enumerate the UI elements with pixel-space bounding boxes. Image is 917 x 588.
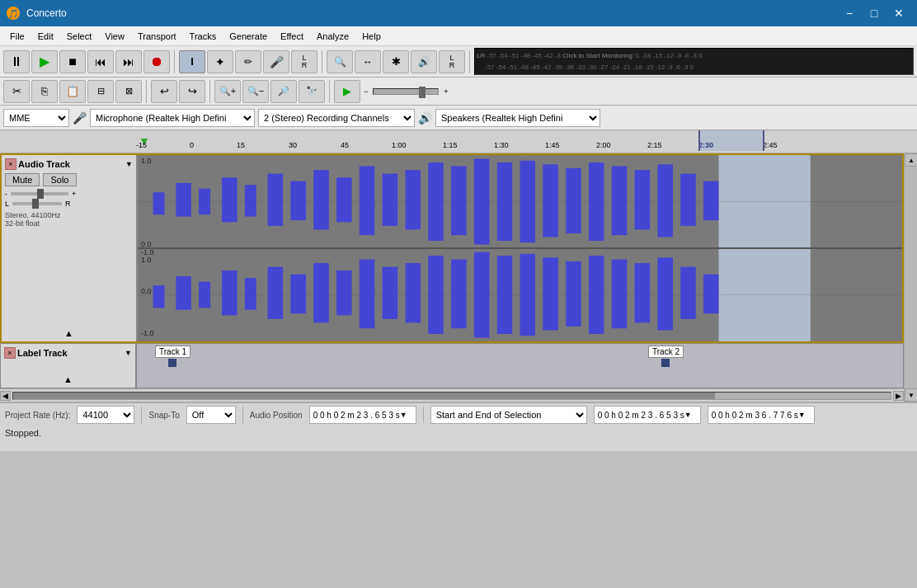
menu-effect[interactable]: Effect xyxy=(274,30,310,43)
ruler-mark-145: 1:45 xyxy=(545,141,560,149)
menu-help[interactable]: Help xyxy=(355,30,388,43)
pause-button[interactable]: ⏸ xyxy=(3,50,30,73)
scroll-area: ◀ ▶ xyxy=(0,388,904,402)
pencil-tool-button[interactable]: ✏ xyxy=(235,50,261,73)
selection-start-display[interactable]: 0 0 h 0 2 m 2 3 . 6 5 3 s ▼ xyxy=(594,406,701,424)
undo-button[interactable]: ↩ xyxy=(151,80,177,103)
speed-slider-thumb[interactable] xyxy=(419,87,426,98)
trim-button[interactable]: ⊟ xyxy=(87,80,114,103)
project-rate-select[interactable]: 44100 xyxy=(77,406,134,424)
audio-track-dropdown[interactable]: ▼ xyxy=(125,160,133,168)
svg-rect-45 xyxy=(428,256,444,334)
scroll-up-btn[interactable]: ▲ xyxy=(905,153,917,167)
label-track: × Label Track ▼ ▲ Track 1 xyxy=(0,343,904,388)
redo-button[interactable]: ↪ xyxy=(179,80,205,103)
lr-button[interactable]: LR xyxy=(291,50,317,73)
channels-select[interactable]: 2 (Stereo) Recording Channels xyxy=(258,109,415,127)
mute-button[interactable]: Mute xyxy=(5,173,40,186)
output-device-select[interactable]: Speakers (Realtek High Defini xyxy=(435,109,600,127)
menu-generate[interactable]: Generate xyxy=(223,30,274,43)
audio-track-close[interactable]: × xyxy=(5,158,16,170)
audio-position-display[interactable]: 0 0 h 0 2 m 2 3 . 6 5 3 s ▼ xyxy=(309,406,416,424)
sel-start-dropdown[interactable]: ▼ xyxy=(684,411,692,419)
zoom-fit-button[interactable]: 🔭 xyxy=(299,80,325,103)
label-track-header: × Label Track ▼ ▲ xyxy=(1,344,137,388)
maximize-button[interactable]: □ xyxy=(863,3,886,23)
play-button[interactable]: ▶ xyxy=(31,50,58,73)
select-tool-button[interactable]: I xyxy=(179,50,205,73)
multi-tool-button[interactable]: ✱ xyxy=(383,50,409,73)
horizontal-scrollbar[interactable] xyxy=(12,392,891,400)
track2-label[interactable]: Track 2 xyxy=(648,346,684,358)
track1-label[interactable]: Track 1 xyxy=(155,346,190,358)
audio-track-collapse[interactable]: ▲ xyxy=(64,328,73,338)
audio-track-header-top: × Audio Track ▼ xyxy=(5,158,133,170)
copy-button[interactable]: ⎘ xyxy=(31,80,58,103)
play-speed-button[interactable]: ▶ xyxy=(334,80,360,103)
speed-slider[interactable] xyxy=(373,88,439,95)
selection-end-display[interactable]: 0 0 h 0 2 m 3 6 . 7 7 6 s ▼ xyxy=(708,406,815,424)
scroll-left-btn[interactable]: ◀ xyxy=(0,391,11,401)
click-to-monitor[interactable]: Click to Start Monitoring xyxy=(562,52,632,59)
solo-button[interactable]: Solo xyxy=(43,173,76,186)
label-track-content[interactable]: Track 1 Track 2 xyxy=(137,344,903,388)
svg-rect-15 xyxy=(313,170,329,229)
skip-end-button[interactable]: ⏭ xyxy=(115,50,142,73)
paste-button[interactable]: 📋 xyxy=(59,80,86,103)
selection-type-select[interactable]: Start and End of Selection xyxy=(430,406,587,424)
stop-button[interactable]: ■ xyxy=(59,50,86,73)
audio-track-waveform[interactable]: 1.0 0.0 -1.0 1.0 0.0 -1.0 xyxy=(138,155,902,341)
label-track-dropdown[interactable]: ▼ xyxy=(125,349,132,357)
svg-rect-21 xyxy=(451,167,467,236)
svg-rect-53 xyxy=(612,260,628,329)
label-track-close[interactable]: × xyxy=(4,347,16,359)
minimize-button[interactable]: − xyxy=(838,3,861,23)
close-button[interactable]: ✕ xyxy=(887,3,910,23)
zoom-out-button[interactable]: 🔍− xyxy=(242,80,269,103)
menu-view[interactable]: View xyxy=(98,30,131,43)
snap-to-select[interactable]: Off xyxy=(186,406,236,424)
lr2-button[interactable]: LR xyxy=(439,50,465,73)
svg-rect-56 xyxy=(680,267,696,319)
cut-button[interactable]: ✂ xyxy=(3,80,30,103)
zoom-in-button[interactable]: 🔍+ xyxy=(214,80,241,103)
mic-device-select[interactable]: Microphone (Realtek High Defini xyxy=(90,109,255,127)
pan-slider-thumb[interactable] xyxy=(32,199,39,209)
scrollbar-thumb[interactable] xyxy=(13,393,715,399)
record-button[interactable]: ⏺ xyxy=(143,50,170,73)
silence-button[interactable]: ⊠ xyxy=(115,80,142,103)
menu-transport[interactable]: Transport xyxy=(131,30,183,43)
svg-rect-18 xyxy=(383,174,398,226)
menu-analyze[interactable]: Analyze xyxy=(310,30,355,43)
scroll-right-btn[interactable]: ▶ xyxy=(893,391,904,401)
time-shift-button[interactable]: ↔ xyxy=(355,50,381,73)
zoom-sel-button[interactable]: 🔎 xyxy=(270,80,297,103)
menu-tracks[interactable]: Tracks xyxy=(183,30,223,43)
menu-edit[interactable]: Edit xyxy=(31,30,60,43)
vu-meter-bot: -57 -54 -51 -48 -45 -42 -39 -36 -33 -30 … xyxy=(477,62,911,73)
sel-end-dropdown[interactable]: ▼ xyxy=(798,411,806,419)
mic-button[interactable]: 🎤 xyxy=(263,50,289,73)
skip-start-button[interactable]: ⏮ xyxy=(87,50,114,73)
vu-meters[interactable]: LR -57 -54 -51 -48 -45 -42 -3 Click to S… xyxy=(474,48,914,75)
track2-label-marker[interactable]: Track 2 xyxy=(648,346,684,367)
track1-label-marker[interactable]: Track 1 xyxy=(155,346,190,367)
audio-host-select[interactable]: MME xyxy=(3,109,69,127)
svg-rect-47 xyxy=(474,252,490,338)
pan-slider[interactable] xyxy=(12,202,62,205)
menu-file[interactable]: File xyxy=(3,30,31,43)
menu-select[interactable]: Select xyxy=(60,30,99,43)
scroll-down-btn[interactable]: ▼ xyxy=(905,388,917,402)
gain-slider[interactable] xyxy=(11,192,68,195)
selection-ruler-highlight xyxy=(698,130,764,151)
timeline-ruler[interactable]: ▼ -15 0 15 30 45 1:00 1:15 1:30 1:45 2:0… xyxy=(0,130,917,153)
gain-slider-thumb[interactable] xyxy=(37,189,44,199)
v-scrollbar-track[interactable] xyxy=(905,167,917,388)
zoom-in-tool-button[interactable]: 🔍 xyxy=(327,50,353,73)
snap-to-label: Snap-To xyxy=(148,411,179,420)
label-track-collapse[interactable]: ▲ xyxy=(63,374,73,384)
vol-lr-button[interactable]: 🔊 xyxy=(411,50,437,73)
audio-pos-dropdown[interactable]: ▼ xyxy=(400,411,407,419)
svg-rect-54 xyxy=(635,263,651,322)
envelope-tool-button[interactable]: ✦ xyxy=(207,50,233,73)
